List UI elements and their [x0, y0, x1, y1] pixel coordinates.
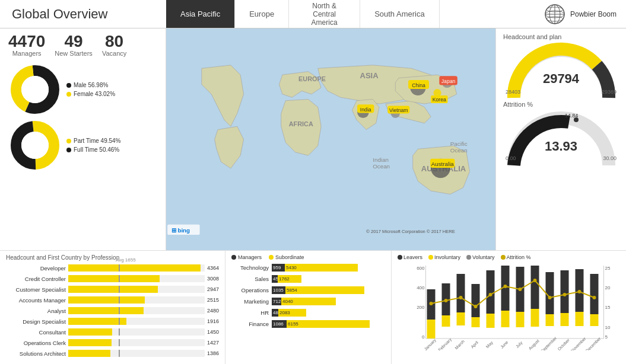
bar-fill	[68, 350, 110, 357]
bar-fill	[68, 318, 126, 325]
bar-label: Accounts Manager	[6, 297, 68, 304]
stacked-row: Operations 1035 5854	[231, 285, 385, 295]
stacked-label: Technology	[231, 264, 272, 271]
svg-rect-42	[457, 312, 465, 325]
europe-label: EUROPE	[298, 75, 326, 82]
svg-text:September: September	[540, 336, 558, 350]
svg-rect-45	[472, 284, 480, 317]
stacked-bars: 489 2083	[272, 309, 385, 317]
tab-asia-pacific[interactable]: Asia Pacific	[166, 0, 235, 28]
line-legend: Leavers Involuntary Voluntary Attrition …	[398, 254, 620, 260]
stacked-bars: 1086 6155	[272, 320, 385, 328]
avg-line	[119, 318, 120, 325]
svg-point-64	[459, 296, 463, 299]
stacked-label: HR	[231, 309, 272, 316]
stats-row: 4470 Managers 49 New Starters 80 Vacancy	[8, 33, 157, 57]
worktype-donut	[8, 119, 62, 172]
attrition-sub-labels: 0.00 30.00	[503, 155, 619, 161]
worktype-legend: Part Time 49.54% Full Time 50.46%	[66, 138, 120, 153]
bar-fill	[68, 275, 160, 282]
australia-label: Australia	[431, 161, 455, 167]
mgr-bar: 712	[272, 298, 281, 305]
bar-track	[68, 275, 205, 282]
svg-rect-53	[531, 266, 539, 309]
content-area: 4470 Managers 49 New Starters 80 Vacancy	[0, 28, 626, 364]
stacked-chart-section: Managers Subordinate Technology 959 5430	[225, 251, 392, 364]
sub-bar: 1762	[278, 275, 301, 283]
nav-tabs: Asia Pacific Europe North & Central Amer…	[166, 0, 544, 28]
sub-bar: 5430	[285, 264, 358, 272]
bar-row: Analyst 2480	[6, 306, 219, 315]
bar-value: 3008	[207, 276, 219, 282]
right-panel: Headcount and plan 29794 28403	[495, 28, 626, 250]
bar-value: 2947	[207, 286, 219, 292]
bar-row: Customer Specialist 2947	[6, 285, 219, 294]
svg-text:10: 10	[605, 325, 611, 330]
svg-point-73	[593, 296, 596, 299]
bar-row: Solutions Architect 1386	[6, 349, 219, 358]
bar-value: 1427	[207, 340, 219, 346]
tab-europe[interactable]: Europe	[235, 0, 289, 28]
bar-chart-title: Headcount and First Country by Professio…	[6, 254, 219, 261]
subordinate-dot: Subordinate	[269, 254, 304, 260]
avg-line	[119, 296, 120, 304]
leavers-legend: Leavers	[403, 254, 422, 260]
bar-label: Solutions Architect	[6, 350, 68, 357]
title-area: Global Overview	[0, 7, 166, 22]
bar-fill	[68, 296, 145, 304]
line-chart-section: Leavers Involuntary Voluntary Attrition …	[392, 251, 626, 364]
svg-rect-54	[546, 314, 554, 326]
stacked-bars: 712 4040	[272, 298, 385, 305]
asia-label: ASIA	[360, 71, 379, 80]
bar-fill	[68, 307, 144, 314]
map-panel: EUROPE ASIA AFRICA AUSTRALIA Pacific Oce…	[166, 28, 495, 250]
svg-text:⊞ bing: ⊞ bing	[171, 227, 190, 234]
svg-rect-60	[590, 314, 599, 326]
svg-rect-50	[516, 312, 525, 327]
svg-text:20: 20	[605, 285, 611, 290]
bar-track: Avg 1655	[68, 264, 205, 272]
africa-label: AFRICA	[289, 120, 313, 127]
full-time-label: Full Time 50.46%	[74, 146, 119, 153]
gender-donut-container: Male 56.98% Female 43.02%	[8, 63, 157, 116]
svg-text:November: November	[570, 336, 587, 350]
bar-value: 4364	[207, 265, 219, 271]
svg-text:August: August	[528, 339, 541, 350]
gender-male-legend: Male 56.98%	[66, 82, 115, 88]
bar-track	[68, 296, 205, 304]
svg-text:June: June	[500, 340, 509, 349]
svg-rect-61	[590, 274, 599, 314]
mgr-bar: 959	[272, 264, 285, 272]
bar-fill	[68, 264, 201, 272]
svg-text:25: 25	[605, 266, 611, 271]
svg-rect-44	[472, 317, 480, 327]
bar-value: 1450	[207, 329, 219, 335]
brand-name: Powbier Boom	[570, 10, 617, 18]
headcount-gauge: 29794 28403 29369	[503, 41, 619, 95]
avg-line	[119, 307, 120, 314]
bar-track	[68, 339, 205, 346]
tab-north-central-america[interactable]: North & Central America	[289, 0, 360, 28]
tab-south-america[interactable]: South America	[360, 0, 440, 28]
sub-bar: 5854	[285, 286, 364, 294]
svg-point-72	[578, 290, 581, 293]
stacked-row: HR 489 2083	[231, 308, 385, 317]
svg-rect-56	[561, 313, 569, 326]
mgr-val: 1035	[273, 288, 284, 293]
stacked-legend: Managers Subordinate	[231, 254, 385, 260]
japan-label: Japan	[441, 78, 456, 84]
sub-bar: 4040	[281, 298, 336, 305]
bar-label: Design Specialist	[6, 318, 68, 325]
managers-legend-label: Managers	[238, 254, 262, 260]
bar-track	[68, 286, 205, 293]
female-label: Female 43.02%	[74, 91, 115, 97]
mgr-val: 959	[273, 265, 281, 270]
headcount-title: Headcount and plan	[503, 33, 619, 40]
subordinate-legend-label: Subordinate	[275, 254, 304, 260]
svg-rect-52	[531, 309, 539, 327]
bar-track	[68, 328, 205, 336]
vietnam-label: Vietnam	[389, 107, 408, 113]
part-time-label: Part Time 49.54%	[74, 138, 120, 144]
brand: Powbier Boom	[544, 4, 626, 25]
svg-rect-38	[427, 320, 436, 339]
